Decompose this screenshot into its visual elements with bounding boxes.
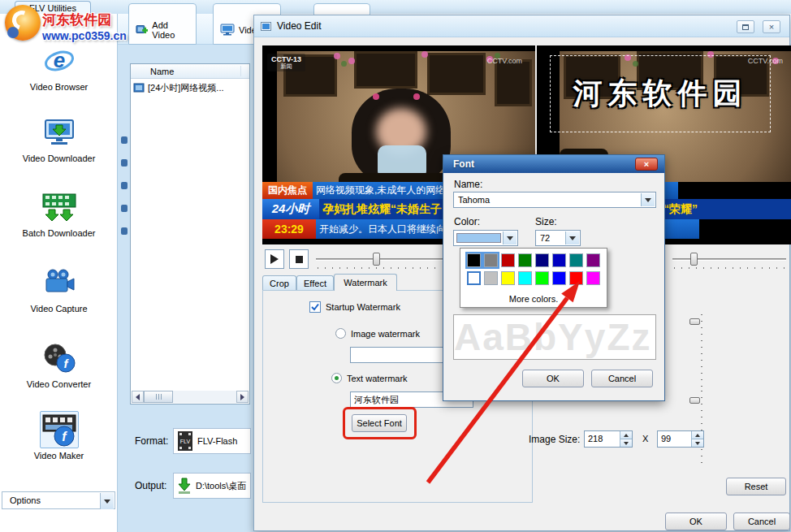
font-cancel-button[interactable]: Cancel (591, 370, 653, 387)
height-up-button[interactable] (691, 431, 703, 439)
output-value: D:\tools\桌面 (196, 480, 246, 492)
sidebar-item-batch-downloader[interactable]: Batch Downloader (0, 188, 118, 238)
palette-swatch[interactable] (552, 253, 566, 267)
ok-button[interactable]: OK (665, 513, 727, 530)
width-up-button[interactable] (620, 431, 632, 439)
font-color-combobox[interactable] (453, 230, 518, 246)
vertical-slider-2[interactable] (689, 391, 704, 465)
palette-swatch[interactable] (569, 271, 583, 285)
palette-swatch-selected[interactable] (467, 271, 481, 285)
palette-swatch[interactable] (518, 271, 532, 285)
sidebar-item-video-capture[interactable]: Video Capture (0, 264, 118, 314)
height-down-button[interactable] (691, 439, 703, 447)
sidebar-item-label: Video Converter (0, 379, 118, 389)
options-dropdown-arrow[interactable] (100, 493, 114, 509)
font-color-dropdown-arrow[interactable] (503, 231, 517, 244)
ticker-clock: 23:29 (262, 219, 316, 239)
restore-button[interactable] (737, 20, 754, 33)
image-watermark-radio[interactable] (335, 328, 346, 339)
flv-format-icon: FLV (177, 430, 193, 452)
right-slider[interactable] (672, 253, 786, 266)
scroll-left-button[interactable] (132, 391, 144, 403)
font-name-combobox[interactable]: Tahoma (453, 192, 656, 208)
seek-slider-thumb[interactable] (373, 253, 380, 266)
batch-downloader-icon (40, 188, 79, 226)
splitter-grip[interactable] (121, 182, 128, 189)
more-colors-link[interactable]: More colors. (460, 294, 607, 304)
play-button[interactable] (265, 249, 284, 269)
seek-slider[interactable] (316, 253, 443, 266)
font-size-dropdown-arrow[interactable] (565, 231, 579, 244)
palette-swatch[interactable] (518, 253, 532, 267)
right-slider-thumb[interactable] (690, 253, 698, 266)
site-logo (5, 5, 41, 41)
text-watermark-radio[interactable] (331, 373, 342, 383)
splitter-grip[interactable] (121, 227, 128, 235)
list-item[interactable]: [24小时]网络视频... (131, 80, 249, 96)
output-path-control[interactable]: D:\tools\桌面 (173, 473, 251, 499)
palette-swatch[interactable] (552, 271, 566, 285)
tab-watermark[interactable]: Watermark (334, 274, 397, 291)
palette-swatch[interactable] (501, 253, 515, 267)
color-palette-popup: More colors. (460, 248, 607, 308)
palette-swatch[interactable] (586, 271, 600, 285)
cancel-button[interactable]: Cancel (733, 513, 790, 530)
splitter-grip[interactable] (121, 136, 128, 144)
name-column-header[interactable]: Name (131, 64, 249, 79)
font-dialog-titlebar[interactable]: Font (443, 155, 664, 173)
font-dialog-close-button[interactable]: × (635, 158, 658, 171)
tab-crop[interactable]: Crop (262, 275, 296, 291)
font-size-combobox[interactable]: 72 (535, 230, 581, 246)
sidebar-item-video-downloader[interactable]: Video Downloader (0, 114, 118, 163)
sidebar-item-video-maker[interactable]: f Video Maker (0, 411, 118, 461)
image-size-label: Image Size: (529, 434, 580, 445)
width-spinner[interactable]: 218 (584, 430, 633, 448)
format-select[interactable]: FLV FLV-Flash (173, 428, 251, 454)
height-spinner[interactable]: 99 (657, 430, 704, 448)
tab-effect[interactable]: Effect (296, 275, 334, 291)
vertical-slider-1[interactable] (689, 314, 704, 389)
options-dropdown[interactable]: Options (2, 491, 115, 509)
video-edit-title: Video Edit (277, 20, 322, 32)
app-window: FLV Utilities Add Video Video Video e Vi… (0, 0, 791, 532)
palette-swatch[interactable] (484, 271, 498, 285)
font-name-label: Name: (454, 179, 482, 190)
width-down-button[interactable] (620, 439, 632, 447)
text-watermark-label: Text watermark (347, 374, 408, 383)
splitter-grip[interactable] (121, 159, 128, 167)
sidebar-item-video-browser[interactable]: e Video Browser (0, 42, 118, 92)
sidebar-item-video-converter[interactable]: f Video Converter (0, 340, 118, 389)
startup-watermark-checkbox[interactable] (309, 301, 321, 313)
font-preview-sample: AaBbYyZz (454, 315, 651, 359)
palette-swatch[interactable] (586, 253, 600, 267)
palette-swatch[interactable] (535, 253, 549, 267)
vertical-slider-1-thumb[interactable] (689, 318, 700, 325)
stop-button[interactable] (289, 249, 309, 269)
sidebar-item-label: Video Browser (0, 82, 118, 92)
vertical-slider-2-thumb[interactable] (689, 397, 700, 404)
scroll-right-button[interactable] (236, 391, 249, 403)
scrollbar-thumb[interactable] (144, 391, 173, 403)
font-ok-button[interactable]: OK (522, 370, 584, 387)
add-video-icon (136, 23, 148, 37)
palette-swatch[interactable] (501, 271, 515, 285)
horizontal-scrollbar[interactable] (132, 391, 249, 403)
video-edit-titlebar[interactable]: Video Edit × (254, 15, 789, 37)
reset-button[interactable]: Reset (726, 478, 786, 495)
splitter-grip[interactable] (121, 205, 128, 212)
palette-swatch[interactable] (535, 271, 549, 285)
font-name-dropdown-arrow[interactable] (641, 193, 655, 206)
video-browser-icon: e (40, 42, 79, 80)
video-file-list: Name [24小时]网络视频... (130, 63, 250, 404)
palette-swatch[interactable] (569, 253, 583, 267)
palette-swatch[interactable] (484, 253, 498, 267)
palette-swatch[interactable] (467, 253, 481, 267)
close-button[interactable]: × (763, 20, 780, 33)
watermark-selection-box[interactable]: 河东软件园 (550, 55, 771, 132)
title-strip (0, 0, 791, 14)
font-color-label: Color: (454, 216, 480, 227)
font-size-label: Size: (535, 216, 557, 227)
startup-watermark-label: Startup Watermark (326, 302, 400, 312)
add-video-button[interactable]: Add Video (128, 3, 197, 45)
svg-text:FLV: FLV (180, 439, 191, 444)
